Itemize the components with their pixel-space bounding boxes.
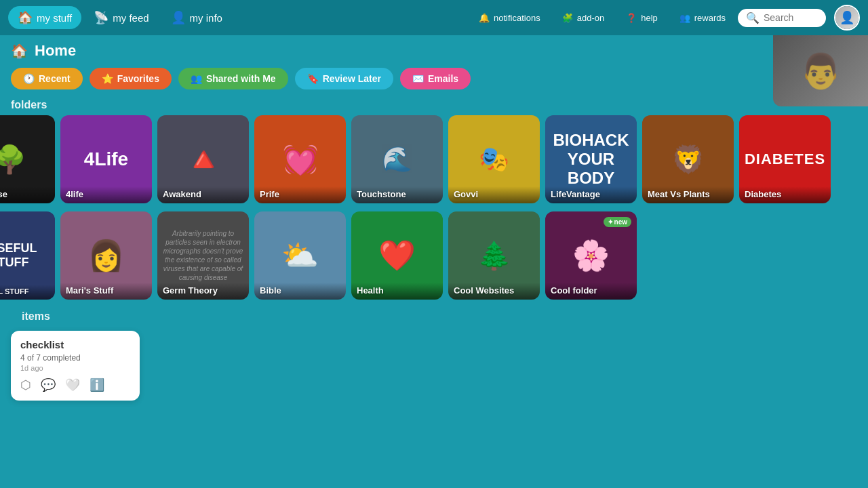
my-info-label: my info (190, 12, 222, 24)
rewards-label: rewards (694, 13, 726, 23)
notifications-icon: 🔔 (479, 13, 490, 23)
awakened-label: Awakend (157, 186, 249, 203)
folder-useful-stuff[interactable]: #USEFULSTUFF #USEFUL STUFF (0, 211, 55, 300)
cool-folder-label: Cool folder (545, 283, 637, 300)
notifications-label: notifications (494, 13, 540, 23)
folder-govvi[interactable]: 🎭 Govvi (448, 115, 540, 203)
checklist-card[interactable]: checklist 4 of 7 completed 1d ago ⬡ 💬 🤍 … (11, 331, 140, 401)
germ-theory-label: Germ Theory (157, 283, 249, 300)
nav-my-stuff[interactable]: 🏠 my stuff (8, 6, 81, 29)
useful-stuff-label: #USEFUL STUFF (0, 285, 55, 300)
nav-help[interactable]: ❓ help (616, 9, 667, 27)
webcam-overlay: 👨 (773, 35, 868, 106)
review-label: Review Later (323, 73, 381, 84)
folder-awakened[interactable]: 🔺 Awakend (157, 115, 249, 203)
meat-vs-plants-label: Meat Vs Plants (642, 186, 734, 203)
filter-bar: 🕐 Recent ⭐ Favorites 👥 Shared with Me 🔖 … (0, 65, 868, 96)
my-stuff-label: my stuff (37, 12, 72, 24)
folder-germ-theory[interactable]: Arbitrarily pointing to particles seen i… (157, 211, 249, 300)
favorites-label: Favorites (117, 73, 159, 84)
folders-row2-wrapper: #USEFULSTUFF #USEFUL STUFF 👩 Mari's Stuf… (0, 211, 868, 305)
nav-my-feed[interactable]: 📡 my feed (84, 6, 158, 29)
folder-prife[interactable]: 💓 Prife (254, 115, 346, 203)
help-icon: ❓ (626, 13, 637, 23)
health-label: Health (351, 283, 443, 300)
folder-health[interactable]: ❤️ Health (351, 211, 443, 300)
emails-label: Emails (428, 73, 458, 84)
my-info-icon: 👤 (171, 10, 186, 25)
help-label: help (641, 13, 658, 23)
checklist-time: 1d ago (20, 364, 130, 372)
review-icon: 🔖 (307, 73, 319, 84)
folder-lifevantage[interactable]: BIOHACKYOUR BODY LifeVantage (545, 115, 637, 203)
diabetes-label: Diabetes (739, 186, 831, 203)
items-section-label: items (11, 308, 857, 327)
life-wise-label: Life Wise (0, 186, 55, 203)
folder-bible[interactable]: ⛅ Bible (254, 211, 346, 300)
home-icon: 🏠 (11, 43, 28, 59)
checklist-heart-icon[interactable]: 🤍 (65, 378, 80, 392)
prife-label: Prife (254, 186, 346, 203)
avatar-image: 👤 (835, 6, 859, 29)
folder-life-wise[interactable]: 🌳 Life Wise (0, 115, 55, 203)
addon-icon: 🧩 (562, 13, 573, 23)
bible-label: Bible (254, 283, 346, 300)
nav-addon[interactable]: 🧩 add-on (553, 9, 614, 27)
favorites-icon: ⭐ (102, 73, 113, 84)
filter-emails[interactable]: ✉️ Emails (400, 68, 471, 89)
my-stuff-icon: 🏠 (18, 10, 33, 25)
shared-icon: 👥 (191, 73, 202, 84)
maris-label: Mari's Stuff (60, 283, 152, 300)
shared-label: Shared with Me (206, 73, 276, 84)
folder-meat-vs-plants[interactable]: 🦁 Meat Vs Plants (642, 115, 734, 203)
touchstone-label: Touchstone (351, 186, 443, 203)
cool-websites-label: Cool Websites (448, 283, 540, 300)
search-input[interactable] (764, 12, 818, 23)
emails-icon: ✉️ (412, 73, 424, 84)
folders-section-label: folders (0, 96, 868, 115)
govvi-label: Govvi (448, 186, 540, 203)
avatar: 👤 (834, 5, 860, 30)
recent-icon: 🕐 (23, 73, 35, 84)
rewards-icon: 👥 (679, 13, 690, 23)
folder-diabetes[interactable]: DIABETES Diabetes (739, 115, 831, 203)
filter-shared[interactable]: 👥 Shared with Me (178, 68, 288, 89)
nav-rewards[interactable]: 👥 rewards (670, 9, 735, 27)
new-badge: ✦ new (604, 217, 631, 227)
webcam-face: 👨 (800, 52, 842, 91)
folder-maris-stuff[interactable]: 👩 Mari's Stuff (60, 211, 152, 300)
my-feed-label: my feed (113, 12, 149, 24)
items-section: items checklist 4 of 7 completed 1d ago … (0, 305, 868, 401)
checklist-comment-icon[interactable]: 💬 (41, 378, 56, 392)
4life-label: 4life (60, 186, 152, 203)
top-nav: 🏠 my stuff 📡 my feed 👤 my info 🔔 notific… (0, 0, 868, 35)
new-badge-star: ✦ (608, 218, 613, 226)
folders-row1-wrapper: 🌳 Life Wise 4Life 4life 🔺 Awakend 💓 Prif… (0, 115, 868, 209)
recent-label: Recent (39, 73, 71, 84)
nav-right: 🔔 notifications 🧩 add-on ❓ help 👥 reward… (469, 5, 860, 30)
folders-row1: 🌳 Life Wise 4Life 4life 🔺 Awakend 💓 Prif… (0, 115, 868, 209)
checklist-actions: ⬡ 💬 🤍 ℹ️ (20, 378, 130, 392)
filter-review[interactable]: 🔖 Review Later (295, 68, 393, 89)
nav-notifications[interactable]: 🔔 notifications (469, 9, 550, 27)
page-title: Home (35, 42, 76, 60)
filter-favorites[interactable]: ⭐ Favorites (90, 68, 172, 89)
folder-cool-websites[interactable]: 🌲 Cool Websites (448, 211, 540, 300)
checklist-progress: 4 of 7 completed (20, 353, 130, 363)
filter-recent[interactable]: 🕐 Recent (11, 68, 83, 89)
folder-4life[interactable]: 4Life 4life (60, 115, 152, 203)
folders-row2: #USEFULSTUFF #USEFUL STUFF 👩 Mari's Stuf… (0, 211, 868, 305)
my-feed-icon: 📡 (94, 10, 108, 25)
folder-touchstone[interactable]: 🌊 Touchstone (351, 115, 443, 203)
search-box[interactable]: 🔍 (738, 9, 826, 27)
nav-my-info[interactable]: 👤 my info (161, 6, 232, 29)
checklist-title: checklist (20, 339, 130, 350)
new-badge-text: new (614, 218, 627, 226)
checklist-info-icon[interactable]: ℹ️ (90, 378, 104, 392)
folder-cool-folder[interactable]: 🌸 ✦ new Cool folder (545, 211, 637, 300)
home-header: 🏠 Home (0, 35, 868, 65)
search-icon: 🔍 (746, 12, 760, 24)
lifevantage-label: LifeVantage (545, 186, 637, 203)
addon-label: add-on (577, 13, 604, 23)
checklist-share-icon[interactable]: ⬡ (20, 378, 31, 392)
